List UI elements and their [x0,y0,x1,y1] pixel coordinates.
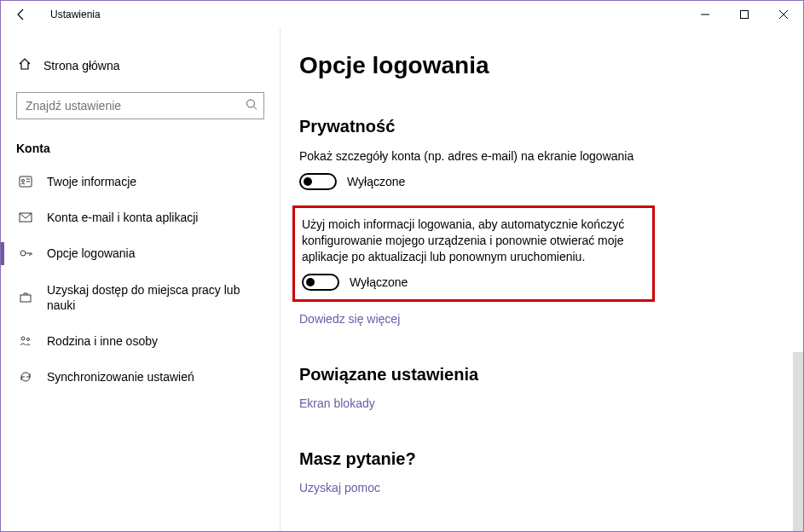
privacy-desc-2: Użyj moich informacji logowania, aby aut… [302,217,644,265]
sidebar-item-label: Twoje informacje [47,174,136,189]
sidebar-item-work-access[interactable]: Uzyskaj dostęp do miejsca pracy lub nauk… [1,272,280,323]
mail-icon [18,211,33,224]
page-title: Opcje logowania [299,52,786,79]
titlebar: Ustawienia [1,1,803,28]
briefcase-icon [18,291,33,304]
toggle-state-label: Wyłączone [347,175,405,188]
svg-rect-1 [741,11,749,19]
svg-point-17 [27,338,30,341]
search-input[interactable] [16,92,264,119]
sidebar-item-label: Uzyskaj dostęp do miejsca pracy lub nauk… [47,282,263,313]
toggle-auto-finish-setup[interactable] [302,274,339,291]
home-link[interactable]: Strona główna [1,49,280,82]
get-help-link[interactable]: Uzyskaj pomoc [299,481,380,494]
search-icon [246,99,257,113]
privacy-heading: Prywatność [299,117,786,136]
svg-point-16 [21,337,25,340]
home-icon [18,57,32,73]
people-icon [18,334,33,348]
svg-point-7 [22,180,25,182]
privacy-desc-1: Pokaż szczegóły konta (np. adres e-mail)… [299,148,657,165]
sidebar-item-family[interactable]: Rodzina i inne osoby [1,323,280,359]
toggle-show-account-details[interactable] [299,173,337,190]
svg-line-5 [254,107,257,110]
sidebar: Strona główna Konta Twoje informacje Kon… [1,28,281,532]
sidebar-item-label: Rodzina i inne osoby [47,333,158,349]
sidebar-item-sync[interactable]: Synchronizowanie ustawień [1,359,280,395]
sidebar-item-email-accounts[interactable]: Konta e-mail i konta aplikacji [1,200,280,235]
learn-more-link[interactable]: Dowiedz się więcej [299,312,400,326]
svg-point-11 [20,251,26,256]
content-area: Opcje logowania Prywatność Pokaż szczegó… [281,28,803,532]
sidebar-item-label: Synchronizowanie ustawień [47,369,194,385]
question-heading: Masz pytanie? [299,449,786,469]
svg-rect-15 [20,295,31,302]
sidebar-item-label: Konta e-mail i konta aplikacji [47,210,198,225]
highlight-box: Użyj moich informacji logowania, aby aut… [292,205,655,302]
sidebar-item-signin-options[interactable]: Opcje logowania [1,235,280,271]
related-heading: Powiązane ustawienia [299,365,786,385]
toggle-state-label: Wyłączone [350,275,408,289]
window-title: Ustawienia [35,9,101,20]
maximize-button[interactable] [725,1,764,28]
sidebar-group-title: Konta [1,135,280,164]
scrollbar[interactable] [793,352,803,532]
search-box[interactable] [16,92,264,119]
home-label: Strona główna [43,59,120,72]
minimize-button[interactable] [685,1,725,28]
close-button[interactable] [764,1,803,28]
sidebar-item-label: Opcje logowania [47,246,136,261]
key-icon [18,246,33,260]
back-button[interactable] [8,1,35,28]
svg-point-4 [247,100,255,107]
person-icon [18,175,33,188]
lockscreen-link[interactable]: Ekran blokady [299,396,375,410]
sync-icon [18,370,33,384]
sidebar-item-your-info[interactable]: Twoje informacje [1,164,280,200]
